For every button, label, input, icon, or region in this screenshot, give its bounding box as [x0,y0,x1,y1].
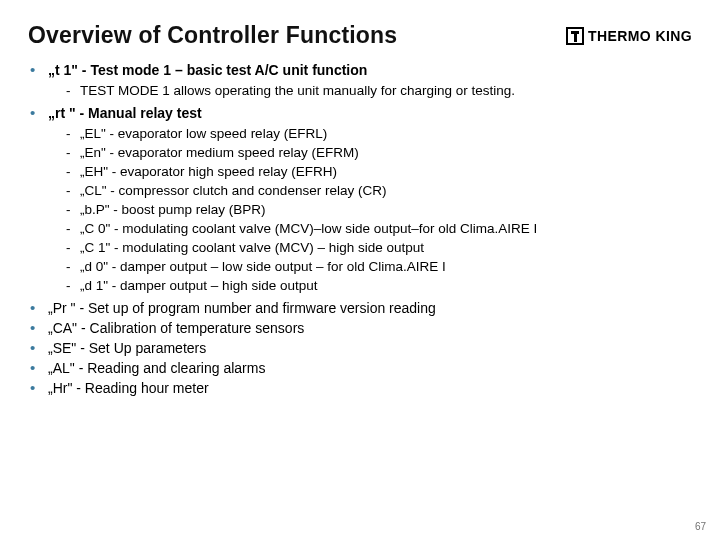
list-item: „Hr" - Reading hour meter [28,379,692,397]
item-label: „rt " - Manual relay test [48,105,202,121]
sub-list: „EL" - evaporator low speed relay (EFRL)… [48,124,692,295]
sub-item: „CL" - compressor clutch and condenser r… [66,181,692,200]
sub-item: „C 1" - modulating coolant valve (MCV) –… [66,238,692,257]
list-item: „rt " - Manual relay test „EL" - evapora… [28,104,692,295]
header: Overview of Controller Functions THERMO … [28,22,692,49]
sub-list: TEST MODE 1 allows operating the unit ma… [48,81,692,100]
page-title: Overview of Controller Functions [28,22,397,49]
list-item: „Pr " - Set up of program number and fir… [28,299,692,317]
item-label: „t 1" - Test mode 1 – basic test A/C uni… [48,62,367,78]
item-label: „Hr" - Reading hour meter [48,380,209,396]
sub-item: „d 0" - damper output – low side output … [66,257,692,276]
sub-item: „C 0" - modulating coolant valve (MCV)–l… [66,219,692,238]
bullet-list: „t 1" - Test mode 1 – basic test A/C uni… [28,61,692,397]
page-number: 67 [695,521,706,532]
item-label: „AL" - Reading and clearing alarms [48,360,265,376]
list-item: „SE" - Set Up parameters [28,339,692,357]
brand-name: THERMO KING [588,28,692,44]
item-label: „Pr " - Set up of program number and fir… [48,300,436,316]
brand-logo: THERMO KING [566,27,692,45]
sub-item: „b.P" - boost pump relay (BPR) [66,200,692,219]
sub-item: „d 1" - damper output – high side output [66,276,692,295]
item-label: „SE" - Set Up parameters [48,340,206,356]
slide: Overview of Controller Functions THERMO … [0,0,720,540]
list-item: „CA" - Calibration of temperature sensor… [28,319,692,337]
sub-item: „En" - evaporator medium speed relay (EF… [66,143,692,162]
thermo-king-icon [566,27,584,45]
list-item: „AL" - Reading and clearing alarms [28,359,692,377]
sub-item: TEST MODE 1 allows operating the unit ma… [66,81,692,100]
sub-item: „EL" - evaporator low speed relay (EFRL) [66,124,692,143]
item-label: „CA" - Calibration of temperature sensor… [48,320,304,336]
sub-item: „EH" - evaporator high speed relay (EFRH… [66,162,692,181]
list-item: „t 1" - Test mode 1 – basic test A/C uni… [28,61,692,100]
